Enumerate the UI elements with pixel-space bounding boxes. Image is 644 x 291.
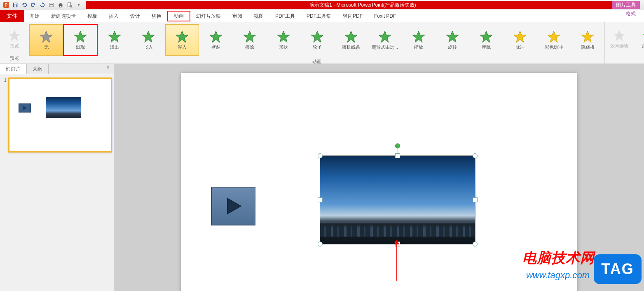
svg-marker-15 [74, 31, 87, 42]
play-trigger-shape[interactable] [211, 187, 255, 225]
star-icon [108, 30, 121, 43]
tab-transitions[interactable]: 切换 [146, 10, 167, 22]
tab-template[interactable]: 模板 [82, 10, 103, 22]
animation-item-16[interactable]: 跷跷板 [571, 24, 604, 56]
resize-handle-mr[interactable] [473, 197, 478, 202]
animation-item-0[interactable]: 无 [29, 24, 63, 56]
tab-foxit-pdf[interactable]: Foxit PDF [368, 10, 402, 22]
svg-rect-8 [59, 3, 61, 5]
animation-item-2[interactable]: 淡出 [98, 24, 131, 56]
resize-handle-ml[interactable] [318, 197, 323, 202]
svg-marker-25 [412, 31, 425, 42]
add-animation-button[interactable]: + 添加动 [637, 23, 644, 54]
redo-icon[interactable] [30, 1, 37, 9]
thumbnail-list: 1 [0, 74, 114, 291]
slide[interactable] [181, 73, 577, 291]
animation-label: 无 [44, 44, 49, 50]
thumbnail-slide-1[interactable] [8, 77, 112, 153]
svg-marker-36 [227, 198, 241, 214]
star-icon [311, 30, 324, 43]
undo-icon[interactable] [21, 1, 28, 9]
tab-format[interactable]: 格式 [618, 10, 644, 17]
animation-item-1[interactable]: 出现 [63, 24, 98, 56]
print-preview-icon[interactable] [66, 1, 73, 9]
animation-item-3[interactable]: 飞入 [131, 24, 165, 56]
animation-item-14[interactable]: 脉冲 [503, 24, 537, 56]
selected-image[interactable] [320, 155, 475, 244]
svg-marker-24 [379, 31, 391, 42]
animation-item-5[interactable]: 劈裂 [199, 24, 233, 56]
tab-view[interactable]: 视图 [248, 10, 269, 22]
svg-marker-35 [23, 106, 26, 110]
refresh-icon[interactable] [39, 1, 46, 9]
sidebar-tab-outline[interactable]: 大纲 [27, 64, 49, 74]
tab-design[interactable]: 设计 [124, 10, 146, 22]
tab-slideshow[interactable]: 幻灯片放映 [190, 10, 227, 22]
tab-pdf-tools[interactable]: PDF工具 [269, 10, 301, 22]
preview-button[interactable]: 预览 [2, 23, 26, 54]
effect-options-button[interactable]: 效果选项 [607, 23, 631, 54]
customize-qat-icon[interactable]: ▾ [75, 1, 82, 9]
tab-pdf-toolset[interactable]: PDF工具集 [301, 10, 337, 22]
animation-item-4[interactable]: 浮入 [165, 24, 199, 56]
add-animation-label: 添加动 [642, 43, 644, 49]
save-icon[interactable] [12, 1, 19, 9]
animation-label: 出现 [76, 44, 85, 50]
app-icon: P [2, 1, 10, 9]
resize-handle-tr[interactable] [473, 153, 478, 158]
ribbon: 预览 预览 无出现淡出飞入浮入劈裂擦除形状轮子随机线条翻转式由远...缩放旋转弹… [0, 22, 644, 64]
ribbon-group-add-animation: + 添加动 [634, 22, 644, 63]
animation-item-13[interactable]: 弹跳 [469, 24, 503, 56]
animation-item-6[interactable]: 擦除 [233, 24, 267, 56]
print-icon[interactable] [57, 1, 64, 9]
animation-item-7[interactable]: 形状 [267, 24, 300, 56]
tab-animations[interactable]: 动画 [167, 11, 190, 21]
svg-rect-4 [14, 5, 16, 7]
svg-marker-28 [514, 31, 526, 42]
star-icon [344, 30, 358, 43]
animation-item-11[interactable]: 缩放 [402, 24, 436, 56]
resize-handle-tl[interactable] [318, 153, 323, 158]
animation-item-10[interactable]: 翻转式由远... [368, 24, 402, 56]
tab-insert[interactable]: 插入 [103, 10, 124, 22]
tab-new[interactable]: 新建选项卡 [45, 10, 82, 22]
ribbon-group-preview: 预览 预览 [0, 22, 29, 63]
file-tab[interactable]: 文件 [0, 10, 24, 22]
annotation-arrow [396, 244, 397, 281]
resize-handle-tc[interactable] [395, 153, 400, 158]
rotation-handle[interactable] [395, 143, 400, 148]
animation-item-8[interactable]: 轮子 [300, 24, 334, 56]
tab-light-pdf[interactable]: 轻闪PDF [337, 10, 368, 22]
watermark-url: www.tagxp.com [526, 270, 590, 281]
animation-label: 缩放 [414, 44, 423, 50]
slides-sidebar: 幻灯片 大纲 × 1 [0, 64, 114, 291]
tab-review[interactable]: 审阅 [227, 10, 248, 22]
star-icon [277, 30, 290, 43]
resize-handle-br[interactable] [473, 242, 478, 246]
star-icon [176, 30, 189, 43]
svg-marker-17 [142, 31, 155, 42]
animation-item-9[interactable]: 随机线条 [334, 24, 368, 56]
resize-handle-bl[interactable] [318, 242, 323, 246]
svg-rect-5 [49, 3, 54, 7]
thumbnail-item[interactable]: 1 [2, 77, 112, 153]
contextual-tab-picture-tools[interactable]: 图片工具 [612, 1, 640, 9]
svg-marker-19 [210, 31, 222, 42]
svg-marker-30 [581, 31, 594, 42]
effect-options-label: 效果选项 [610, 43, 628, 49]
animation-gallery: 无出现淡出飞入浮入劈裂擦除形状轮子随机线条翻转式由远...缩放旋转弹跳脉冲彩色脉… [29, 22, 604, 63]
sidebar-close-icon[interactable]: × [105, 65, 111, 71]
animation-item-15[interactable]: 彩色脉冲 [537, 24, 571, 56]
animation-item-12[interactable]: 旋转 [436, 24, 469, 56]
ribbon-group-effect-options: 效果选项 [604, 22, 634, 63]
animation-label: 形状 [279, 44, 288, 50]
star-icon [446, 30, 459, 43]
window-title: 演示文稿1 - Microsoft PowerPoint(产品激活失败) [309, 2, 416, 9]
sidebar-tab-slides[interactable]: 幻灯片 [0, 64, 27, 74]
star-icon [209, 30, 222, 43]
svg-marker-14 [40, 31, 52, 42]
new-slide-icon[interactable] [48, 1, 55, 9]
preview-label: 预览 [10, 43, 19, 49]
animation-label: 淡出 [110, 44, 119, 50]
tab-home[interactable]: 开始 [24, 10, 45, 22]
